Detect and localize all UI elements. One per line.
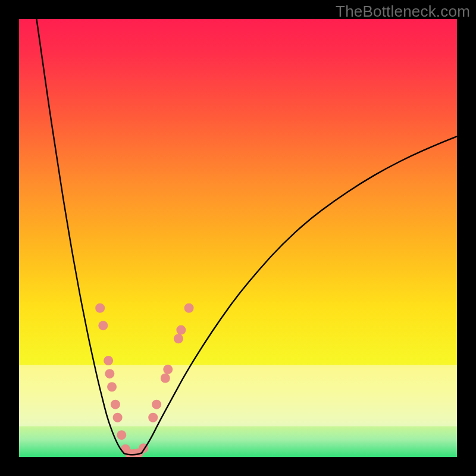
data-marker xyxy=(117,430,126,440)
data-marker xyxy=(174,334,183,343)
data-markers xyxy=(95,303,193,457)
right-curve-path xyxy=(142,136,457,453)
data-marker xyxy=(152,400,161,409)
data-marker xyxy=(107,382,117,392)
curve-layer xyxy=(19,19,457,457)
data-marker xyxy=(104,356,113,365)
data-marker xyxy=(176,325,186,335)
data-marker xyxy=(98,321,108,330)
plot-area xyxy=(19,19,457,457)
data-marker xyxy=(95,303,105,313)
data-marker xyxy=(111,400,120,409)
data-marker xyxy=(148,413,158,422)
data-marker xyxy=(105,369,114,378)
chart-frame: TheBottleneck.com xyxy=(0,0,476,476)
data-marker xyxy=(163,365,173,374)
data-marker xyxy=(113,413,123,422)
data-marker xyxy=(161,374,170,383)
watermark-text: TheBottleneck.com xyxy=(336,2,470,21)
data-marker xyxy=(184,303,194,313)
